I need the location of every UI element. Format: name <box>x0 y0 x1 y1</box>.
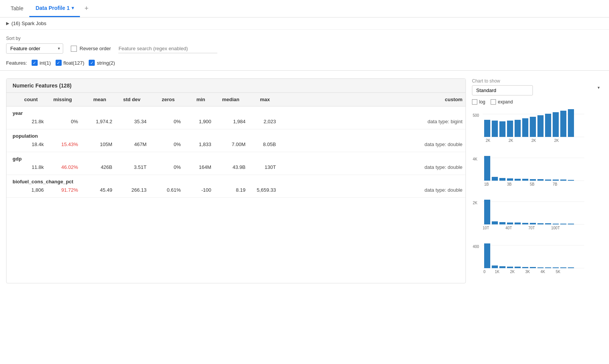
biofuel-median: 8.19 <box>214 186 249 194</box>
svg-rect-62 <box>499 266 505 268</box>
svg-rect-28 <box>530 179 536 181</box>
col-custom: custom <box>273 93 466 106</box>
log-checkbox[interactable]: log <box>472 99 485 105</box>
biofuel-stddev: 266.13 <box>115 186 150 194</box>
gdp-missing: 46.02% <box>47 164 81 171</box>
tab-table-label: Table <box>11 5 23 11</box>
svg-rect-7 <box>515 120 521 137</box>
svg-rect-4 <box>492 121 498 137</box>
svg-text:3B: 3B <box>507 182 512 186</box>
feature-row-population: population 18.4k 15.43% 105M 467M 0% 1,8… <box>6 129 466 152</box>
biofuel-max: 5,659.33 <box>249 186 279 194</box>
gdp-stddev: 3.51T <box>115 164 150 171</box>
svg-text:2K: 2K <box>531 138 536 143</box>
svg-rect-70 <box>560 267 566 268</box>
gdp-mean: 426B <box>81 164 115 171</box>
svg-rect-44 <box>507 223 513 224</box>
tab-data-profile[interactable]: Data Profile 1 ▾ <box>29 0 80 17</box>
feature-stats-population: 18.4k 15.43% 105M 467M 0% 1,833 7.00M 8.… <box>13 141 466 148</box>
feature-check-string[interactable]: ✓ string(2) <box>89 60 115 66</box>
svg-rect-8 <box>522 118 528 137</box>
svg-text:100T: 100T <box>551 226 560 230</box>
gdp-median: 43.9B <box>214 164 249 171</box>
svg-rect-10 <box>537 115 544 137</box>
col-count: count <box>6 93 41 106</box>
svg-text:0: 0 <box>483 270 486 274</box>
chart-dropdown-wrapper: Standard Histogram Box plot ▾ <box>472 85 603 95</box>
biofuel-chart-container: 400 0 1K 2K 3K 4K 5K <box>472 240 603 276</box>
expand-checkbox[interactable]: expand <box>491 99 513 105</box>
log-checkbox-box <box>472 99 477 105</box>
feature-row-biofuel: biofuel_cons_change_pct 1,806 91.72% 45.… <box>6 175 466 198</box>
svg-rect-23 <box>492 177 498 181</box>
float-label: float(127) <box>64 60 84 66</box>
chart-to-show-label: Chart to show <box>472 78 603 84</box>
svg-rect-43 <box>499 222 505 224</box>
svg-rect-25 <box>507 178 513 181</box>
col-max: max <box>242 93 273 106</box>
population-missing: 15.43% <box>47 141 81 148</box>
expand-label: expand <box>498 99 513 105</box>
gdp-chart: 2K 10T 40T 70T 100T <box>472 196 586 232</box>
year-stddev: 35.34 <box>115 118 150 125</box>
feature-row-gdp: gdp 11.8k 46.02% 426B 3.51T 0% 164M 43.9… <box>6 152 466 175</box>
column-headers: count missing mean std dev zeros min med… <box>6 93 466 106</box>
svg-text:5K: 5K <box>556 270 561 274</box>
svg-rect-6 <box>507 121 513 137</box>
chart-checkboxes: log expand <box>472 99 603 105</box>
col-mean: mean <box>75 93 109 106</box>
svg-rect-67 <box>537 267 544 268</box>
gdp-zeros: 0% <box>150 164 184 171</box>
float-checkbox: ✓ <box>56 60 62 66</box>
gdp-min: 164M <box>184 164 214 171</box>
svg-text:4K: 4K <box>473 157 478 161</box>
features-filter: Features: ✓ int(1) ✓ float(127) ✓ string… <box>0 57 609 71</box>
svg-rect-26 <box>515 179 521 181</box>
numeric-features-title: Numeric Features (128) <box>6 79 466 93</box>
chevron-down-icon: ▾ <box>72 5 74 11</box>
svg-rect-65 <box>522 267 528 268</box>
reverse-order-checkbox[interactable]: Reverse order <box>71 46 111 52</box>
plus-icon: + <box>84 5 89 12</box>
sort-select[interactable]: Feature order Name Missing % Count <box>6 43 63 54</box>
year-chart-container: 500 2K 2K 2K 2K <box>472 108 603 145</box>
svg-rect-3 <box>484 120 490 137</box>
svg-rect-51 <box>560 224 566 224</box>
spark-jobs-bar[interactable]: ▶ (16) Spark Jobs <box>0 17 609 30</box>
svg-rect-68 <box>545 267 551 268</box>
svg-text:2K: 2K <box>510 270 515 274</box>
population-min: 1,833 <box>184 141 214 148</box>
int-label: int(1) <box>40 60 51 66</box>
reverse-order-label: Reverse order <box>80 46 111 51</box>
svg-text:400: 400 <box>473 245 479 249</box>
svg-text:7B: 7B <box>553 182 558 186</box>
svg-rect-46 <box>522 223 528 224</box>
svg-text:2K: 2K <box>486 138 491 143</box>
svg-rect-60 <box>484 243 490 268</box>
string-checkbox: ✓ <box>89 60 95 66</box>
data-profile-table: Numeric Features (128) count missing mea… <box>6 78 466 283</box>
right-panel: Chart to show Standard Histogram Box plo… <box>466 78 603 283</box>
population-chart-container: 4K 1B 3B 5B 7B <box>472 152 603 188</box>
tab-data-profile-label: Data Profile 1 <box>35 5 69 11</box>
col-min: min <box>178 93 208 106</box>
col-median: median <box>208 93 242 106</box>
svg-rect-11 <box>545 114 551 137</box>
svg-rect-52 <box>568 224 574 224</box>
feature-name-gdp: gdp <box>13 156 466 162</box>
int-checkbox: ✓ <box>32 60 38 66</box>
svg-rect-41 <box>484 200 490 224</box>
chart-type-select[interactable]: Standard Histogram Box plot <box>472 85 533 95</box>
svg-rect-47 <box>530 223 536 224</box>
year-count: 21.8k <box>13 118 47 125</box>
svg-rect-27 <box>522 179 528 181</box>
tab-table[interactable]: Table <box>5 0 29 17</box>
feature-search-input[interactable] <box>118 44 217 53</box>
feature-row-year: year 21.8k 0% 1,974.2 35.34 0% 1,900 1,9… <box>6 106 466 129</box>
add-tab-button[interactable]: + <box>80 5 93 13</box>
feature-check-float[interactable]: ✓ float(127) <box>56 60 84 66</box>
svg-rect-48 <box>537 223 544 224</box>
svg-rect-49 <box>545 223 551 224</box>
feature-check-int[interactable]: ✓ int(1) <box>32 60 51 66</box>
gdp-max: 130T <box>249 164 279 171</box>
